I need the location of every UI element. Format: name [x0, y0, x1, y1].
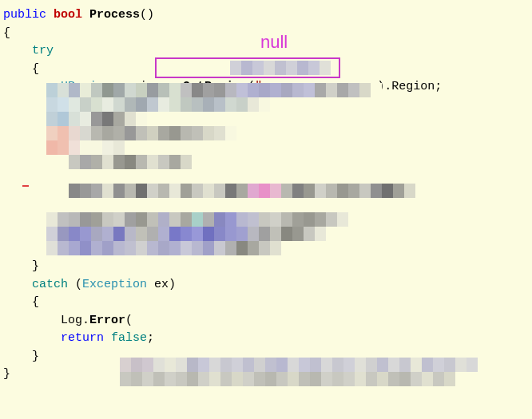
parens: () — [140, 8, 154, 22]
method-name: Process — [89, 8, 140, 22]
keyword-return: return — [61, 331, 104, 345]
error-method: Error — [89, 314, 125, 327]
log-class: Log — [61, 314, 82, 327]
paren-open: ( — [125, 314, 133, 327]
brace-open: { — [32, 62, 39, 76]
brace-close: } — [32, 259, 39, 273]
dot: . — [82, 314, 89, 327]
mosaic-blur-body — [46, 83, 470, 298]
brace-close: } — [32, 350, 39, 363]
brace-open: { — [3, 26, 10, 40]
brace-close: } — [3, 367, 10, 381]
keyword-public: public — [3, 8, 46, 22]
keyword-bool: bool — [54, 8, 82, 22]
keyword-false: false — [111, 331, 147, 345]
mosaic-blur-arg — [230, 61, 331, 75]
keyword-try: try — [32, 44, 54, 57]
semicolon: ; — [147, 331, 154, 345]
brace-open: { — [32, 295, 39, 309]
mosaic-blur-log — [120, 358, 503, 386]
red-underline-mark — [22, 185, 29, 187]
